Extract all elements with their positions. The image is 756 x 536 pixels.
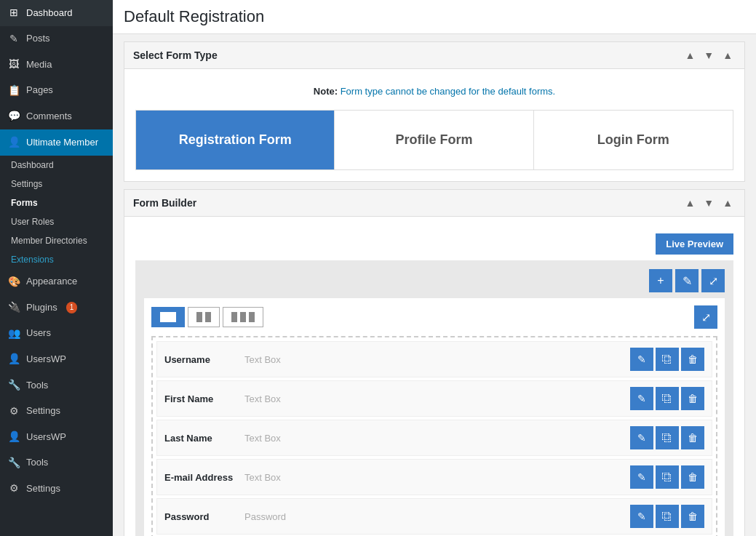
field-delete-btn-3[interactable]: 🗑 (681, 465, 704, 489)
form-type-profile[interactable]: Profile Form (335, 111, 533, 169)
field-label-3: E-mail Address (164, 472, 237, 483)
field-copy-btn-4[interactable]: ⿻ (656, 505, 679, 528)
field-copy-btn-1[interactable]: ⿻ (656, 387, 679, 410)
form-builder-toggle-btn[interactable]: ▲ (720, 196, 736, 210)
sidebar-sub-forms[interactable]: Forms (0, 193, 113, 212)
sidebar-item-dashboard[interactable]: ⊞ Dashboard (0, 0, 113, 26)
field-type-0: Text Box (244, 354, 623, 365)
field-label-4: Password (164, 511, 237, 522)
field-edit-btn-3[interactable]: ✎ (630, 465, 653, 489)
sidebar-item-comments[interactable]: 💬 Comments (0, 103, 113, 129)
sidebar-item-plugins[interactable]: 🔌 Plugins 1 (0, 295, 113, 321)
col-2-btn[interactable] (188, 307, 220, 327)
sidebar-item-tools2[interactable]: 🔧 Tools (0, 450, 113, 476)
form-type-login[interactable]: Login Form (534, 111, 733, 169)
row-container: ⤢ Username Text Box ✎ ⿻ 🗑 First Name Tex… (144, 298, 725, 536)
sidebar-item-label: Tools (26, 456, 48, 469)
sidebar-item-label: Appearance (26, 275, 77, 288)
sidebar-item-appearance[interactable]: 🎨 Appearance (0, 269, 113, 295)
sidebar-item-ultimate-member[interactable]: 👤 Ultimate Member (0, 129, 113, 156)
table-row: Username Text Box ✎ ⿻ 🗑 (156, 341, 712, 377)
field-edit-btn-2[interactable]: ✎ (630, 426, 653, 449)
sidebar-item-settings[interactable]: ⚙ Settings (0, 399, 113, 425)
sidebar-item-label: Media (26, 58, 52, 71)
sidebar-item-settings2[interactable]: ⚙ Settings (0, 476, 113, 502)
col-1-btn[interactable] (151, 307, 185, 327)
main-content: Default Registration Select Form Type ▲ … (113, 0, 756, 536)
field-edit-btn-0[interactable]: ✎ (630, 348, 653, 371)
sidebar-item-tools[interactable]: 🔧 Tools (0, 372, 113, 399)
form-builder-toolbar: Live Preview (135, 228, 733, 260)
table-row: Last Name Text Box ✎ ⿻ 🗑 (156, 420, 712, 456)
sidebar-sub-extensions[interactable]: Extensions (0, 250, 113, 269)
sidebar-sub-user-roles[interactable]: User Roles (0, 212, 113, 231)
userswp2-icon: 👤 (7, 430, 20, 444)
sidebar: ⊞ Dashboard ✎ Posts 🖼 Media 📋 Pages 💬 Co… (0, 0, 113, 536)
col-3-btn[interactable] (223, 307, 263, 327)
field-delete-btn-0[interactable]: 🗑 (681, 348, 704, 371)
pages-icon: 📋 (7, 84, 20, 98)
table-row: Password Password ✎ ⿻ 🗑 (156, 498, 712, 535)
sidebar-item-pages[interactable]: 📋 Pages (0, 78, 113, 104)
note-prefix: Note: (314, 86, 341, 97)
field-edit-btn-4[interactable]: ✎ (630, 505, 653, 528)
field-copy-btn-2[interactable]: ⿻ (656, 426, 679, 449)
sidebar-item-label: Comments (26, 110, 72, 123)
sidebar-item-label: Settings (26, 404, 60, 417)
builder-row-controls: + ✎ ⤢ (144, 269, 725, 292)
table-row: First Name Text Box ✎ ⿻ 🗑 (156, 380, 712, 417)
field-type-4: Password (244, 511, 623, 522)
table-row: E-mail Address Text Box ✎ ⿻ 🗑 (156, 459, 712, 495)
form-type-registration[interactable]: Registration Form (136, 111, 335, 169)
sidebar-item-userswp2[interactable]: 👤 UsersWP (0, 424, 113, 450)
select-form-type-section: Select Form Type ▲ ▼ ▲ Note: Form type c… (124, 41, 745, 182)
sidebar-item-users[interactable]: 👥 Users (0, 321, 113, 347)
builder-canvas: + ✎ ⤢ (135, 260, 733, 536)
media-icon: 🖼 (7, 57, 20, 72)
posts-icon: ✎ (7, 32, 20, 47)
collapse-up-btn[interactable]: ▲ (682, 48, 698, 63)
field-actions-1: ✎ ⿻ 🗑 (630, 387, 704, 410)
field-delete-btn-2[interactable]: 🗑 (681, 426, 704, 449)
form-builder-up-btn[interactable]: ▲ (682, 196, 698, 210)
select-form-type-header: Select Form Type ▲ ▼ ▲ (124, 42, 744, 69)
field-copy-btn-3[interactable]: ⿻ (656, 465, 679, 489)
sidebar-item-label: UsersWP (26, 431, 66, 444)
settings-icon: ⚙ (7, 404, 20, 419)
sidebar-item-label: Settings (26, 482, 60, 495)
sidebar-item-userswp[interactable]: 👤 UsersWP (0, 346, 113, 372)
sidebar-sub-member-directories[interactable]: Member Directories (0, 231, 113, 250)
field-delete-btn-1[interactable]: 🗑 (681, 387, 704, 410)
sidebar-sub-dashboard[interactable]: Dashboard (0, 156, 113, 175)
col-layout-bar: ⤢ (151, 305, 717, 329)
move-row-btn[interactable]: ⤢ (701, 269, 725, 292)
field-type-1: Text Box (244, 393, 623, 404)
sidebar-item-label: Ultimate Member (26, 136, 98, 149)
form-builder-down-btn[interactable]: ▼ (701, 196, 717, 210)
field-label-0: Username (164, 354, 237, 365)
sidebar-item-label: Users (26, 327, 51, 340)
field-actions-3: ✎ ⿻ 🗑 (630, 465, 704, 489)
tools2-icon: 🔧 (7, 456, 20, 471)
edit-row-btn[interactable]: ✎ (675, 269, 699, 292)
collapse-down-btn[interactable]: ▼ (701, 48, 717, 63)
fields-area: Username Text Box ✎ ⿻ 🗑 First Name Text … (151, 336, 717, 536)
plugins-badge: 1 (66, 302, 78, 313)
form-note: Note: Form type cannot be changed for th… (135, 80, 733, 103)
note-text: Form type cannot be changed for the defa… (341, 86, 556, 97)
sidebar-item-label: Posts (26, 32, 50, 45)
field-edit-btn-1[interactable]: ✎ (630, 387, 653, 410)
field-delete-btn-4[interactable]: 🗑 (681, 505, 704, 528)
field-copy-btn-0[interactable]: ⿻ (656, 348, 679, 371)
sidebar-sub-settings[interactable]: Settings (0, 175, 113, 193)
live-preview-button[interactable]: Live Preview (656, 233, 733, 255)
toggle-btn[interactable]: ▲ (720, 48, 736, 63)
field-actions-0: ✎ ⿻ 🗑 (630, 348, 704, 371)
tools-icon: 🔧 (7, 378, 20, 393)
settings2-icon: ⚙ (7, 481, 20, 496)
userswp-icon: 👤 (7, 352, 20, 367)
sidebar-item-posts[interactable]: ✎ Posts (0, 26, 113, 52)
move-col-btn[interactable]: ⤢ (694, 305, 717, 329)
add-row-btn[interactable]: + (649, 269, 672, 292)
sidebar-item-media[interactable]: 🖼 Media (0, 52, 113, 78)
